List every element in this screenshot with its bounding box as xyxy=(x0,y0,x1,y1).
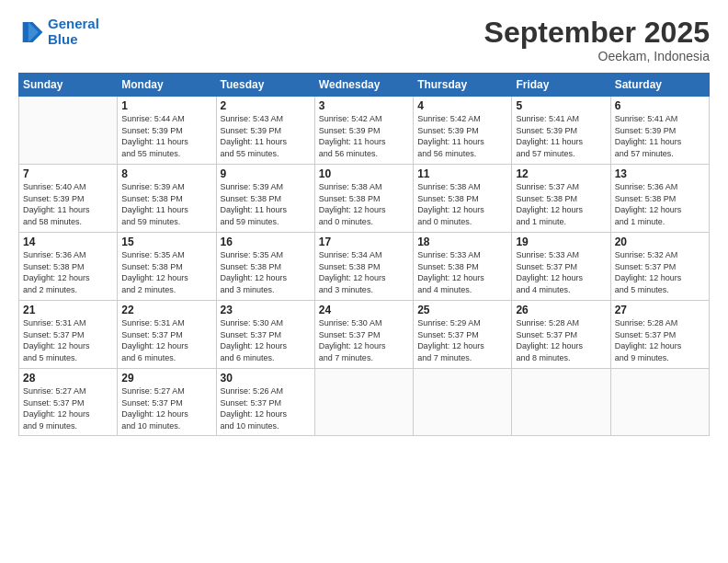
day-number: 1 xyxy=(121,99,211,112)
month-title: September 2025 xyxy=(484,17,710,49)
table-row xyxy=(512,369,610,435)
cell-content: Sunrise: 5:38 AMSunset: 5:38 PMDaylight:… xyxy=(319,181,409,227)
day-number: 26 xyxy=(516,304,606,316)
day-number: 10 xyxy=(319,167,409,180)
cell-content: Sunrise: 5:39 AMSunset: 5:38 PMDaylight:… xyxy=(121,181,211,227)
table-row: 26Sunrise: 5:28 AMSunset: 5:37 PMDayligh… xyxy=(512,301,610,369)
table-row xyxy=(610,369,709,435)
day-number: 30 xyxy=(221,372,311,385)
cell-content: Sunrise: 5:30 AMSunset: 5:37 PMDaylight:… xyxy=(221,317,311,363)
table-row: 16Sunrise: 5:35 AMSunset: 5:38 PMDayligh… xyxy=(216,233,314,301)
table-row: 21Sunrise: 5:31 AMSunset: 5:37 PMDayligh… xyxy=(19,301,118,369)
table-row: 22Sunrise: 5:31 AMSunset: 5:37 PMDayligh… xyxy=(118,301,216,369)
table-row: 20Sunrise: 5:32 AMSunset: 5:37 PMDayligh… xyxy=(610,233,709,301)
table-row: 19Sunrise: 5:33 AMSunset: 5:37 PMDayligh… xyxy=(512,233,610,301)
calendar-table: Sunday Monday Tuesday Wednesday Thursday… xyxy=(18,73,710,435)
logo-icon xyxy=(18,19,44,45)
cell-content: Sunrise: 5:33 AMSunset: 5:38 PMDaylight:… xyxy=(417,249,507,295)
day-number: 2 xyxy=(221,99,311,112)
table-row: 13Sunrise: 5:36 AMSunset: 5:38 PMDayligh… xyxy=(610,165,709,233)
table-row: 24Sunrise: 5:30 AMSunset: 5:37 PMDayligh… xyxy=(314,301,413,369)
cell-content: Sunrise: 5:44 AMSunset: 5:39 PMDaylight:… xyxy=(121,113,211,159)
day-number: 6 xyxy=(615,99,705,112)
calendar-row: 14Sunrise: 5:36 AMSunset: 5:38 PMDayligh… xyxy=(19,233,710,301)
table-row xyxy=(414,369,512,435)
logo: General Blue xyxy=(18,17,99,47)
calendar-row: 21Sunrise: 5:31 AMSunset: 5:37 PMDayligh… xyxy=(19,301,710,369)
day-number: 19 xyxy=(516,236,606,248)
day-number: 27 xyxy=(615,304,705,316)
table-row: 2Sunrise: 5:43 AMSunset: 5:39 PMDaylight… xyxy=(216,97,314,165)
table-row: 1Sunrise: 5:44 AMSunset: 5:39 PMDaylight… xyxy=(118,97,216,165)
cell-content: Sunrise: 5:35 AMSunset: 5:38 PMDaylight:… xyxy=(221,249,311,295)
col-friday: Friday xyxy=(512,74,610,97)
day-number: 9 xyxy=(221,167,311,180)
table-row: 15Sunrise: 5:35 AMSunset: 5:38 PMDayligh… xyxy=(118,233,216,301)
table-row: 29Sunrise: 5:27 AMSunset: 5:37 PMDayligh… xyxy=(118,369,216,435)
table-row: 12Sunrise: 5:37 AMSunset: 5:38 PMDayligh… xyxy=(512,165,610,233)
table-row: 5Sunrise: 5:41 AMSunset: 5:39 PMDaylight… xyxy=(512,97,610,165)
header: General Blue September 2025 Oeekam, Indo… xyxy=(18,17,710,63)
day-number: 12 xyxy=(516,167,606,180)
day-number: 3 xyxy=(319,99,409,112)
cell-content: Sunrise: 5:41 AMSunset: 5:39 PMDaylight:… xyxy=(615,113,705,159)
table-row: 6Sunrise: 5:41 AMSunset: 5:39 PMDaylight… xyxy=(610,97,709,165)
day-number: 13 xyxy=(615,167,705,180)
day-number: 20 xyxy=(615,236,705,248)
cell-content: Sunrise: 5:36 AMSunset: 5:38 PMDaylight:… xyxy=(23,249,113,295)
day-number: 15 xyxy=(121,236,211,248)
table-row: 7Sunrise: 5:40 AMSunset: 5:39 PMDaylight… xyxy=(19,165,118,233)
day-number: 16 xyxy=(221,236,311,248)
cell-content: Sunrise: 5:39 AMSunset: 5:38 PMDaylight:… xyxy=(221,181,311,227)
cell-content: Sunrise: 5:38 AMSunset: 5:38 PMDaylight:… xyxy=(417,181,507,227)
day-number: 25 xyxy=(417,304,507,316)
cell-content: Sunrise: 5:40 AMSunset: 5:39 PMDaylight:… xyxy=(23,181,113,227)
table-row xyxy=(19,97,118,165)
cell-content: Sunrise: 5:42 AMSunset: 5:39 PMDaylight:… xyxy=(417,113,507,159)
cell-content: Sunrise: 5:27 AMSunset: 5:37 PMDaylight:… xyxy=(23,385,113,431)
logo-text: General Blue xyxy=(48,17,99,47)
calendar-row: 1Sunrise: 5:44 AMSunset: 5:39 PMDaylight… xyxy=(19,97,710,165)
table-row: 9Sunrise: 5:39 AMSunset: 5:38 PMDaylight… xyxy=(216,165,314,233)
cell-content: Sunrise: 5:31 AMSunset: 5:37 PMDaylight:… xyxy=(23,317,113,363)
cell-content: Sunrise: 5:28 AMSunset: 5:37 PMDaylight:… xyxy=(615,317,705,363)
table-row: 25Sunrise: 5:29 AMSunset: 5:37 PMDayligh… xyxy=(414,301,512,369)
table-row: 11Sunrise: 5:38 AMSunset: 5:38 PMDayligh… xyxy=(414,165,512,233)
table-row: 18Sunrise: 5:33 AMSunset: 5:38 PMDayligh… xyxy=(414,233,512,301)
cell-content: Sunrise: 5:31 AMSunset: 5:37 PMDaylight:… xyxy=(121,317,211,363)
table-row: 10Sunrise: 5:38 AMSunset: 5:38 PMDayligh… xyxy=(314,165,413,233)
day-number: 11 xyxy=(417,167,507,180)
day-number: 21 xyxy=(23,304,113,316)
day-number: 14 xyxy=(23,236,113,248)
table-row: 23Sunrise: 5:30 AMSunset: 5:37 PMDayligh… xyxy=(216,301,314,369)
table-row: 3Sunrise: 5:42 AMSunset: 5:39 PMDaylight… xyxy=(314,97,413,165)
day-number: 18 xyxy=(417,236,507,248)
day-number: 29 xyxy=(121,372,211,385)
cell-content: Sunrise: 5:33 AMSunset: 5:37 PMDaylight:… xyxy=(516,249,606,295)
cell-content: Sunrise: 5:29 AMSunset: 5:37 PMDaylight:… xyxy=(417,317,507,363)
day-number: 4 xyxy=(417,99,507,112)
cell-content: Sunrise: 5:35 AMSunset: 5:38 PMDaylight:… xyxy=(121,249,211,295)
col-tuesday: Tuesday xyxy=(216,74,314,97)
table-row: 8Sunrise: 5:39 AMSunset: 5:38 PMDaylight… xyxy=(118,165,216,233)
day-number: 5 xyxy=(516,99,606,112)
calendar-header-row: Sunday Monday Tuesday Wednesday Thursday… xyxy=(19,74,710,97)
col-saturday: Saturday xyxy=(610,74,709,97)
day-number: 28 xyxy=(23,372,113,385)
table-row: 27Sunrise: 5:28 AMSunset: 5:37 PMDayligh… xyxy=(610,301,709,369)
location-subtitle: Oeekam, Indonesia xyxy=(484,49,710,63)
col-sunday: Sunday xyxy=(19,74,118,97)
calendar-row: 28Sunrise: 5:27 AMSunset: 5:37 PMDayligh… xyxy=(19,369,710,435)
cell-content: Sunrise: 5:37 AMSunset: 5:38 PMDaylight:… xyxy=(516,181,606,227)
cell-content: Sunrise: 5:26 AMSunset: 5:37 PMDaylight:… xyxy=(221,385,311,431)
cell-content: Sunrise: 5:32 AMSunset: 5:37 PMDaylight:… xyxy=(615,249,705,295)
day-number: 24 xyxy=(319,304,409,316)
col-monday: Monday xyxy=(118,74,216,97)
day-number: 17 xyxy=(319,236,409,248)
table-row: 4Sunrise: 5:42 AMSunset: 5:39 PMDaylight… xyxy=(414,97,512,165)
cell-content: Sunrise: 5:41 AMSunset: 5:39 PMDaylight:… xyxy=(516,113,606,159)
col-thursday: Thursday xyxy=(414,74,512,97)
table-row xyxy=(314,369,413,435)
cell-content: Sunrise: 5:43 AMSunset: 5:39 PMDaylight:… xyxy=(221,113,311,159)
cell-content: Sunrise: 5:36 AMSunset: 5:38 PMDaylight:… xyxy=(615,181,705,227)
